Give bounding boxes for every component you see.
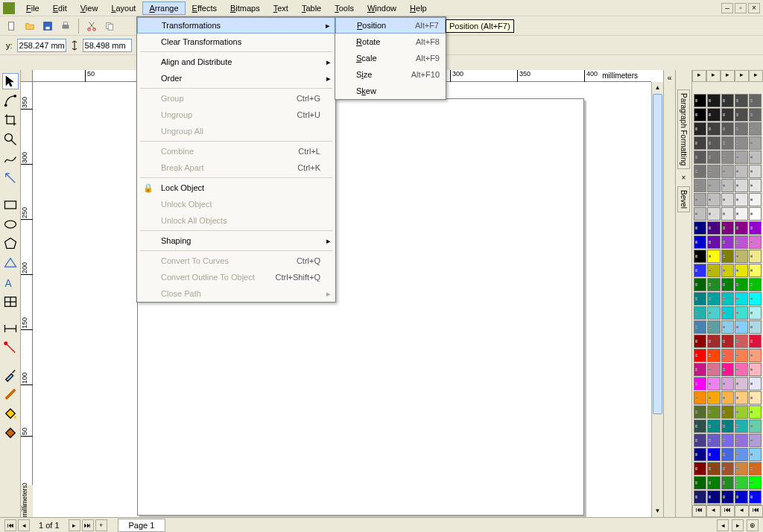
- palette-nav-button[interactable]: ▸: [692, 70, 706, 82]
- color-swatch[interactable]: [707, 122, 720, 136]
- color-swatch[interactable]: [694, 335, 706, 348]
- color-swatch[interactable]: [749, 207, 762, 221]
- color-swatch[interactable]: [749, 136, 762, 150]
- submenu-item-rotate[interactable]: RotateAlt+F8: [335, 34, 446, 50]
- palette-nav-button[interactable]: ◂: [706, 505, 721, 517]
- restore-button[interactable]: ▫: [735, 3, 747, 13]
- menu-arrange[interactable]: Arrange: [142, 1, 185, 15]
- shape-tool[interactable]: [2, 92, 19, 109]
- color-swatch[interactable]: [694, 151, 706, 164]
- color-swatch[interactable]: [735, 462, 747, 475]
- color-swatch[interactable]: [694, 391, 706, 405]
- color-swatch[interactable]: [721, 434, 734, 447]
- menu-item-align-and-distribute[interactable]: Align and Distribute▸: [137, 54, 335, 70]
- color-swatch[interactable]: [749, 419, 762, 433]
- color-swatch[interactable]: [707, 207, 720, 221]
- scroll-down-button[interactable]: ▼: [652, 505, 663, 517]
- copy-button[interactable]: [102, 19, 117, 34]
- color-swatch[interactable]: [749, 405, 762, 419]
- no-color-swatch[interactable]: [721, 82, 735, 94]
- menu-item-shaping[interactable]: Shaping▸: [137, 232, 335, 249]
- color-swatch[interactable]: [735, 419, 747, 433]
- palette-nav-button[interactable]: ⏮: [721, 505, 735, 517]
- color-swatch[interactable]: [694, 363, 706, 376]
- color-swatch[interactable]: [721, 292, 734, 305]
- scroll-right-button[interactable]: ▸: [732, 519, 744, 531]
- color-swatch[interactable]: [721, 306, 734, 320]
- palette-nav-button[interactable]: ▸: [749, 70, 763, 82]
- menu-item-transformations[interactable]: Transformations▸: [137, 17, 335, 34]
- color-swatch[interactable]: [721, 476, 734, 490]
- color-swatch[interactable]: [721, 377, 734, 390]
- color-swatch[interactable]: [749, 335, 762, 348]
- color-swatch[interactable]: [694, 320, 706, 334]
- color-swatch[interactable]: [749, 278, 762, 291]
- color-swatch[interactable]: [735, 349, 747, 362]
- color-swatch[interactable]: [694, 264, 706, 277]
- color-swatch[interactable]: [707, 278, 720, 291]
- zoom-nav-button[interactable]: ⊕: [747, 519, 759, 531]
- color-swatch[interactable]: [735, 235, 747, 249]
- first-page-button[interactable]: ⏮: [4, 519, 16, 531]
- color-swatch[interactable]: [707, 250, 720, 263]
- color-swatch[interactable]: [707, 264, 720, 277]
- docker-tab-bevel[interactable]: Bevel: [677, 186, 690, 212]
- color-swatch[interactable]: [721, 193, 734, 206]
- menu-effects[interactable]: Effects: [186, 1, 224, 15]
- color-swatch[interactable]: [694, 94, 706, 107]
- color-swatch[interactable]: [721, 320, 734, 334]
- color-swatch[interactable]: [707, 221, 720, 235]
- color-swatch[interactable]: [735, 94, 747, 107]
- color-swatch[interactable]: [749, 235, 762, 249]
- color-swatch[interactable]: [707, 377, 720, 390]
- ellipse-tool[interactable]: [2, 216, 19, 232]
- color-swatch[interactable]: [749, 462, 762, 475]
- color-swatch[interactable]: [735, 490, 747, 504]
- menu-help[interactable]: Help: [403, 1, 434, 15]
- color-swatch[interactable]: [749, 108, 762, 121]
- minimize-button[interactable]: –: [721, 3, 733, 13]
- color-swatch[interactable]: [735, 136, 747, 150]
- color-swatch[interactable]: [694, 349, 706, 362]
- menu-item-order[interactable]: Order▸: [137, 70, 335, 86]
- color-swatch[interactable]: [749, 151, 762, 164]
- color-swatch[interactable]: [721, 108, 734, 121]
- color-swatch[interactable]: [694, 235, 706, 249]
- color-swatch[interactable]: [707, 151, 720, 164]
- submenu-item-position[interactable]: PositionAlt+F7: [335, 17, 446, 34]
- color-swatch[interactable]: [721, 419, 734, 433]
- color-swatch[interactable]: [694, 122, 706, 136]
- color-swatch[interactable]: [735, 335, 747, 348]
- color-swatch[interactable]: [721, 349, 734, 362]
- color-swatch[interactable]: [749, 179, 762, 192]
- text-tool[interactable]: A: [2, 274, 19, 291]
- rectangle-tool[interactable]: [2, 197, 19, 213]
- color-swatch[interactable]: [707, 165, 720, 178]
- color-swatch[interactable]: [694, 405, 706, 419]
- color-swatch[interactable]: [707, 335, 720, 348]
- smart-tool[interactable]: [2, 170, 19, 186]
- color-swatch[interactable]: [694, 165, 706, 178]
- crop-tool[interactable]: [2, 112, 19, 128]
- color-swatch[interactable]: [707, 490, 720, 504]
- color-swatch[interactable]: [721, 264, 734, 277]
- color-swatch[interactable]: [694, 221, 706, 235]
- menu-table[interactable]: Table: [295, 1, 328, 15]
- submenu-item-skew[interactable]: Skew: [335, 83, 446, 99]
- color-swatch[interactable]: [749, 448, 762, 461]
- color-swatch[interactable]: [749, 377, 762, 390]
- pick-tool[interactable]: [2, 73, 19, 89]
- color-swatch[interactable]: [694, 179, 706, 192]
- color-swatch[interactable]: [694, 250, 706, 263]
- open-button[interactable]: [22, 19, 37, 34]
- close-button[interactable]: ×: [748, 3, 760, 13]
- color-swatch[interactable]: [735, 306, 747, 320]
- color-swatch[interactable]: [721, 151, 734, 164]
- color-swatch[interactable]: [749, 434, 762, 447]
- color-swatch[interactable]: [735, 363, 747, 376]
- ruler-corner[interactable]: [21, 70, 33, 82]
- color-swatch[interactable]: [735, 207, 747, 221]
- color-swatch[interactable]: [749, 476, 762, 490]
- color-swatch[interactable]: [749, 94, 762, 107]
- color-swatch[interactable]: [721, 207, 734, 221]
